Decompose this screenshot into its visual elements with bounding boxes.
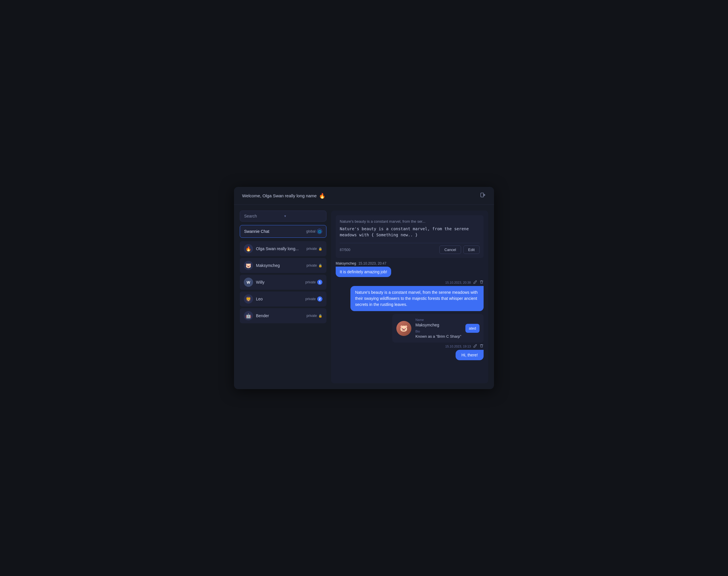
- list-item[interactable]: 🤖 Bender private 🔒: [240, 308, 326, 323]
- unread-badge: 1: [317, 280, 322, 285]
- welcome-text: Welcome, Olga Swan really long name: [242, 193, 317, 198]
- edit-button[interactable]: Edit: [463, 246, 479, 254]
- header: Welcome, Olga Swan really long name 🔥: [234, 187, 494, 205]
- private-label: private: [305, 280, 316, 284]
- chat-meta: private 🔒: [307, 314, 322, 318]
- private-label: private: [307, 263, 317, 267]
- bio-label: Bio: [415, 329, 461, 333]
- contact-name: Willy: [256, 280, 302, 285]
- avatar: 🐷: [244, 261, 253, 270]
- list-item[interactable]: W Willy private 1: [240, 275, 326, 290]
- contact-name: Maksymcheg: [256, 263, 303, 268]
- profile-action-button[interactable]: ated: [465, 324, 479, 333]
- chat-meta: private 1: [305, 280, 322, 285]
- message-bubble: Nature's beauty is a constant marvel, fr…: [350, 286, 484, 311]
- message-meta: 15.10.2023, 19:13: [445, 344, 484, 349]
- table-row: 15.10.2023, 20:38: [336, 280, 484, 311]
- chat-meta: private 2: [305, 296, 322, 301]
- message-timestamp: 15.10.2023, 20:38: [445, 281, 471, 284]
- app-container: Welcome, Olga Swan really long name 🔥 Se…: [234, 187, 494, 389]
- contact-name: Bender: [256, 313, 303, 318]
- private-label: private: [307, 247, 317, 251]
- delete-message-icon[interactable]: [479, 280, 484, 285]
- private-label: private: [307, 314, 317, 318]
- search-bar[interactable]: Search ▾: [240, 210, 326, 222]
- profile-bio: Known as a "Brim C Sharp": [415, 334, 461, 339]
- unread-badge: 2: [317, 296, 322, 301]
- messages: Maksymcheg 15.10.2023, 20:47 It is defin…: [336, 261, 484, 379]
- edit-footer: 87/500 Cancel Edit: [340, 246, 479, 254]
- cancel-button[interactable]: Cancel: [439, 246, 461, 254]
- search-dropdown-icon[interactable]: ▾: [284, 214, 322, 218]
- chat-list: 🔥 Olga Swan really long... private 🔒 🐷 M…: [240, 241, 326, 323]
- globe-icon: 🌐: [317, 229, 322, 234]
- logout-icon[interactable]: [480, 192, 486, 199]
- char-count: 87/500: [340, 248, 350, 252]
- list-item[interactable]: 🔥 Olga Swan really long... private 🔒: [240, 241, 326, 256]
- avatar: 🤖: [244, 311, 253, 320]
- list-item[interactable]: 🐷 Maksymcheg private 🔒: [240, 258, 326, 273]
- header-left: Welcome, Olga Swan really long name 🔥: [242, 193, 325, 199]
- avatar: 🔥: [244, 244, 253, 253]
- private-label: private: [305, 297, 316, 301]
- name-label: Name: [415, 318, 461, 321]
- lock-icon: 🔒: [318, 247, 322, 251]
- edit-message-icon[interactable]: [473, 280, 477, 285]
- edit-preview: Nature's beauty is a constant marvel, fr…: [340, 219, 479, 224]
- contact-name: Olga Swan really long...: [256, 247, 303, 251]
- list-item[interactable]: 🦁 Leo private 2: [240, 291, 326, 307]
- message-timestamp: 15.10.2023, 20:47: [358, 261, 386, 265]
- table-row: 🐷 Name Maksymcheg Bio Known as a "Brim C…: [336, 314, 484, 360]
- global-label: global: [306, 229, 316, 233]
- swannie-chat-name: Swannie Chat: [244, 229, 269, 234]
- edit-message-icon[interactable]: [473, 344, 477, 349]
- chat-meta: private 🔒: [307, 263, 322, 267]
- chat-meta: private 🔒: [307, 247, 322, 251]
- sender-name: Maksymcheg: [336, 261, 356, 265]
- message-meta: 15.10.2023, 20:38: [445, 280, 484, 285]
- avatar: W: [244, 278, 253, 287]
- avatar: 🦁: [244, 294, 253, 304]
- lock-icon: 🔒: [318, 264, 322, 267]
- message-timestamp: 15.10.2023, 19:13: [445, 345, 471, 348]
- search-label: Search: [244, 214, 282, 219]
- lock-icon: 🔒: [318, 314, 322, 318]
- table-row: Maksymcheg 15.10.2023, 20:47 It is defin…: [336, 261, 484, 277]
- svg-rect-3: [480, 345, 483, 345]
- sidebar: Search ▾ Swannie Chat global 🌐 🔥 Olga Sw…: [240, 210, 326, 383]
- header-emoji: 🔥: [319, 193, 325, 199]
- edit-textarea[interactable]: Nature's beauty is a constant marvel, fr…: [340, 226, 479, 243]
- swannie-chat-item[interactable]: Swannie Chat global 🌐: [240, 225, 326, 238]
- message-bubble: It is definitely amazing job!: [336, 267, 391, 277]
- profile-avatar: 🐷: [396, 321, 411, 336]
- delete-message-icon[interactable]: [479, 344, 484, 349]
- message-sender: Maksymcheg 15.10.2023, 20:47: [336, 261, 386, 265]
- edit-area: Nature's beauty is a constant marvel, fr…: [336, 215, 484, 258]
- profile-card: 🐷 Name Maksymcheg Bio Known as a "Brim C…: [392, 314, 484, 343]
- global-badge: global 🌐: [306, 229, 322, 234]
- profile-name: Maksymcheg: [415, 323, 461, 327]
- message-bubble: Hi, there!: [456, 350, 484, 360]
- contact-name: Leo: [256, 297, 302, 301]
- profile-info: Name Maksymcheg Bio Known as a "Brim C S…: [415, 318, 461, 339]
- chat-main: Nature's beauty is a constant marvel, fr…: [331, 210, 488, 383]
- edit-buttons: Cancel Edit: [439, 246, 479, 254]
- body: Search ▾ Swannie Chat global 🌐 🔥 Olga Sw…: [234, 205, 494, 389]
